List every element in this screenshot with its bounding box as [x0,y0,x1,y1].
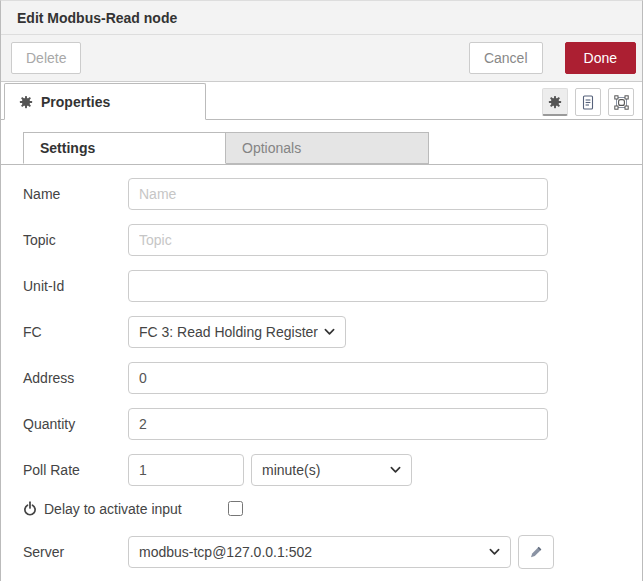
done-button[interactable]: Done [565,42,636,74]
editor-tab-icons [542,88,634,116]
editor-tab-bar: Properties [1,82,642,120]
name-input[interactable] [128,178,548,210]
fc-select[interactable]: FC 3: Read Holding Registers [128,316,346,348]
gear-icon [548,95,562,109]
dialog-content: Settings Optionals Name Topic Unit-Id FC [1,120,642,568]
poll-rate-label: Poll Rate [23,462,128,478]
name-label: Name [23,186,128,202]
delay-checkbox[interactable] [228,501,243,516]
tab-settings[interactable]: Settings [23,132,226,164]
delay-label: Delay to activate input [44,501,182,517]
address-row: Address [23,362,642,394]
chevron-down-icon [489,548,500,556]
unit-id-input[interactable] [128,270,548,302]
poll-rate-unit-value: minute(s) [262,462,384,478]
server-label: Server [23,544,128,560]
document-icon [581,95,595,110]
fc-select-value: FC 3: Read Holding Registers [139,324,318,340]
poll-rate-unit-select[interactable]: minute(s) [251,454,412,486]
unit-id-row: Unit-Id [23,270,642,302]
dialog-title: Edit Modbus-Read node [17,10,177,26]
topic-row: Topic [23,224,642,256]
quantity-label: Quantity [23,416,128,432]
quantity-row: Quantity [23,408,642,440]
fc-label: FC [23,324,128,340]
server-select[interactable]: modbus-tcp@127.0.0.1:502 [128,536,511,568]
address-label: Address [23,370,128,386]
chevron-down-icon [390,466,401,474]
edit-server-button[interactable] [518,535,554,569]
edit-node-dialog: Edit Modbus-Read node Delete Cancel Done [0,0,643,581]
quantity-input[interactable] [128,408,548,440]
delay-row: Delay to activate input [23,500,642,517]
unit-id-label: Unit-Id [23,278,128,294]
chevron-down-icon [324,328,335,336]
poll-rate-row: Poll Rate minute(s) [23,454,642,486]
tab-properties-label: Properties [41,94,110,110]
poll-rate-input[interactable] [128,454,244,486]
topic-label: Topic [23,232,128,248]
address-input[interactable] [128,362,548,394]
description-button[interactable] [575,88,601,116]
server-select-value: modbus-tcp@127.0.0.1:502 [139,544,483,560]
dialog-header: Edit Modbus-Read node [1,1,642,35]
server-row: Server modbus-tcp@127.0.0.1:502 [23,536,642,568]
tab-optionals[interactable]: Optionals [226,132,429,164]
topic-input[interactable] [128,224,548,256]
tab-properties[interactable]: Properties [4,83,206,120]
delete-button[interactable]: Delete [11,42,81,74]
name-row: Name [23,178,642,210]
fc-row: FC FC 3: Read Holding Registers [23,316,642,348]
tab-settings-label: Settings [40,140,95,156]
pencil-icon [529,545,543,559]
dialog-toolbar: Delete Cancel Done [1,35,642,82]
properties-gear-button[interactable] [542,88,568,116]
cancel-button[interactable]: Cancel [469,42,543,74]
appearance-icon [614,95,629,110]
settings-tab-bar: Settings Optionals [1,132,642,165]
appearance-button[interactable] [608,88,634,116]
tab-optionals-label: Optionals [242,140,301,156]
gear-icon [19,95,33,109]
power-icon [23,501,37,516]
settings-form: Name Topic Unit-Id FC FC 3: Read Holding… [1,165,642,568]
